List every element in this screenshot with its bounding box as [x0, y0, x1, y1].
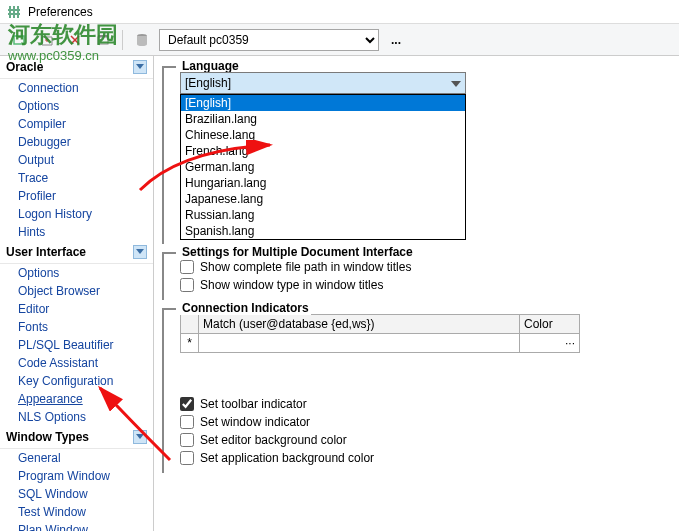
sidebar-item[interactable]: Output — [0, 151, 153, 169]
tree-category-oracle[interactable]: Oracle — [0, 56, 153, 79]
toolbar-btn-1[interactable] — [8, 29, 30, 51]
col-match: Match (user@database {ed,ws}) — [199, 315, 520, 334]
match-cell[interactable] — [199, 334, 520, 353]
toolbar-btn-4[interactable] — [92, 29, 114, 51]
svg-rect-3 — [8, 9, 20, 11]
lang-option-chinese[interactable]: Chinese.lang — [181, 127, 465, 143]
lang-option[interactable]: Spanish.lang — [181, 223, 465, 239]
chk-show-path[interactable] — [180, 260, 194, 274]
svg-rect-1 — [13, 6, 15, 18]
main-panel: Language [English] [English] Brazilian.l… — [154, 56, 679, 531]
toolbar-btn-2[interactable] — [36, 29, 58, 51]
sidebar-item[interactable]: Compiler — [0, 115, 153, 133]
sidebar-item[interactable]: SQL Window — [0, 485, 153, 503]
sidebar: Oracle Connection Options Compiler Debug… — [0, 56, 154, 531]
sidebar-item[interactable]: Test Window — [0, 503, 153, 521]
app-icon — [6, 4, 22, 20]
svg-rect-5 — [14, 36, 24, 44]
chk-app-bg[interactable] — [180, 451, 194, 465]
toolbar-separator — [122, 30, 123, 50]
sidebar-item[interactable]: Debugger — [0, 133, 153, 151]
sidebar-item-appearance[interactable]: Appearance — [0, 390, 153, 408]
color-cell[interactable]: ··· — [520, 334, 580, 353]
window-title: Preferences — [28, 5, 93, 19]
svg-rect-2 — [17, 6, 19, 18]
preset-icon — [131, 29, 153, 51]
sidebar-item[interactable]: Program Window — [0, 467, 153, 485]
mdi-fieldset: Settings for Multiple Document Interface… — [162, 252, 671, 300]
language-select[interactable]: [English] — [180, 72, 466, 94]
sidebar-item[interactable]: Editor — [0, 300, 153, 318]
chk-toolbar-indicator[interactable] — [180, 397, 194, 411]
sidebar-item[interactable]: Connection — [0, 79, 153, 97]
lang-option[interactable]: German.lang — [181, 159, 465, 175]
lang-option[interactable]: Russian.lang — [181, 207, 465, 223]
sidebar-item[interactable]: Options — [0, 264, 153, 282]
collapse-icon[interactable] — [133, 60, 147, 74]
svg-rect-7 — [98, 35, 108, 37]
sidebar-item[interactable]: NLS Options — [0, 408, 153, 426]
sidebar-item[interactable]: Plan Window — [0, 521, 153, 531]
svg-rect-4 — [8, 13, 20, 15]
svg-rect-6 — [98, 37, 108, 44]
chk-window-indicator[interactable] — [180, 415, 194, 429]
lang-option[interactable]: French.lang — [181, 143, 465, 159]
row-marker: * — [181, 334, 199, 353]
sidebar-item[interactable]: Key Configuration — [0, 372, 153, 390]
conn-legend: Connection Indicators — [180, 301, 311, 315]
lang-option[interactable]: Japanese.lang — [181, 191, 465, 207]
toolbar-btn-3[interactable] — [64, 29, 86, 51]
svg-rect-0 — [9, 6, 11, 18]
language-dropdown[interactable]: [English] Brazilian.lang Chinese.lang Fr… — [180, 94, 466, 240]
tree-category-wt[interactable]: Window Types — [0, 426, 153, 449]
collapse-icon[interactable] — [133, 245, 147, 259]
toolbar-more[interactable]: ... — [385, 33, 407, 47]
sidebar-item[interactable]: Options — [0, 97, 153, 115]
sidebar-item[interactable]: Object Browser — [0, 282, 153, 300]
sidebar-item[interactable]: PL/SQL Beautifier — [0, 336, 153, 354]
language-legend: Language — [180, 59, 241, 73]
toolbar: Default pc0359 ... — [0, 24, 679, 56]
mdi-legend: Settings for Multiple Document Interface — [180, 245, 415, 259]
sidebar-item[interactable]: Code Assistant — [0, 354, 153, 372]
language-fieldset: Language [English] [English] Brazilian.l… — [162, 66, 671, 244]
sidebar-item[interactable]: Logon History — [0, 205, 153, 223]
chk-show-type[interactable] — [180, 278, 194, 292]
sidebar-item[interactable]: Fonts — [0, 318, 153, 336]
chevron-down-icon — [451, 76, 461, 90]
sidebar-item[interactable]: General — [0, 449, 153, 467]
lang-option[interactable]: [English] — [181, 95, 465, 111]
sidebar-item[interactable]: Trace — [0, 169, 153, 187]
conn-table[interactable]: Match (user@database {ed,ws}) Color * ··… — [180, 314, 580, 353]
col-color: Color — [520, 315, 580, 334]
title-bar: Preferences — [0, 0, 679, 24]
lang-option[interactable]: Brazilian.lang — [181, 111, 465, 127]
sidebar-item[interactable]: Profiler — [0, 187, 153, 205]
conn-fieldset: Connection Indicators Match (user@databa… — [162, 308, 671, 473]
lang-option[interactable]: Hungarian.lang — [181, 175, 465, 191]
tree-category-ui[interactable]: User Interface — [0, 241, 153, 264]
chk-editor-bg[interactable] — [180, 433, 194, 447]
sidebar-item[interactable]: Hints — [0, 223, 153, 241]
preset-select[interactable]: Default pc0359 — [159, 29, 379, 51]
collapse-icon[interactable] — [133, 430, 147, 444]
row-header-blank — [181, 315, 199, 334]
